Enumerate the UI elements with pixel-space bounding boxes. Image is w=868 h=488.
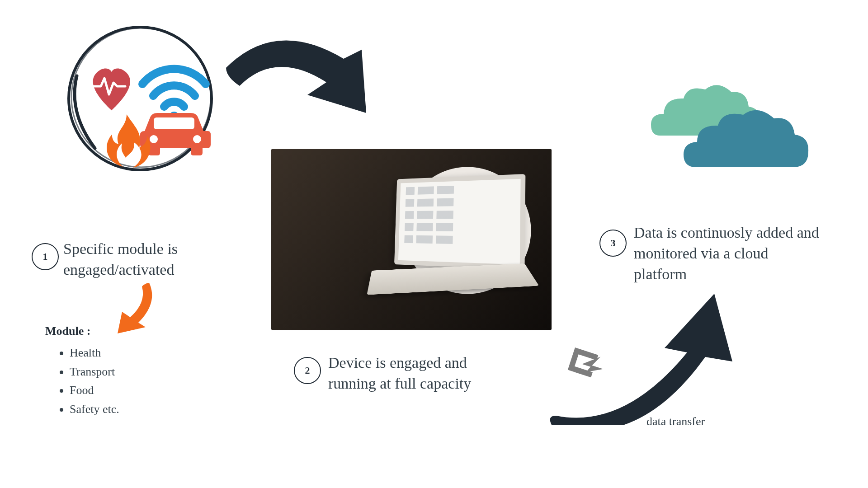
step-1-text: Specific module is engaged/activated xyxy=(63,239,226,280)
svg-point-5 xyxy=(193,135,201,143)
module-item: Safety etc. xyxy=(70,400,187,419)
module-item: Transport xyxy=(70,362,187,381)
heart-icon xyxy=(92,69,130,111)
device-photo xyxy=(271,149,552,330)
step-2-number: 2 xyxy=(294,357,321,384)
module-item: Health xyxy=(70,343,187,362)
step-3-number: 3 xyxy=(599,230,627,257)
module-heading: Module : xyxy=(45,324,90,338)
module-item: Food xyxy=(70,381,187,400)
car-icon xyxy=(140,113,211,155)
arrow-step2-to-step3 xyxy=(542,280,732,425)
step-3-text: Data is continuosly added and monitored … xyxy=(634,222,824,285)
modules-bubble xyxy=(63,22,217,175)
svg-point-4 xyxy=(150,135,158,143)
cloud-icon xyxy=(642,81,814,181)
module-list: Health Transport Food Safety etc. xyxy=(54,343,187,418)
data-transfer-caption: data transfer xyxy=(646,415,705,428)
step-1-number: 1 xyxy=(32,243,59,270)
laptop-illustration xyxy=(371,176,533,303)
arrow-step1-to-step2 xyxy=(208,27,389,145)
arrow-module-callout xyxy=(95,280,163,334)
diagram-canvas: 1 Specific module is engaged/activated M… xyxy=(0,0,868,488)
step-2-text: Device is engaged and running at full ca… xyxy=(328,352,500,394)
svg-rect-3 xyxy=(154,117,194,129)
